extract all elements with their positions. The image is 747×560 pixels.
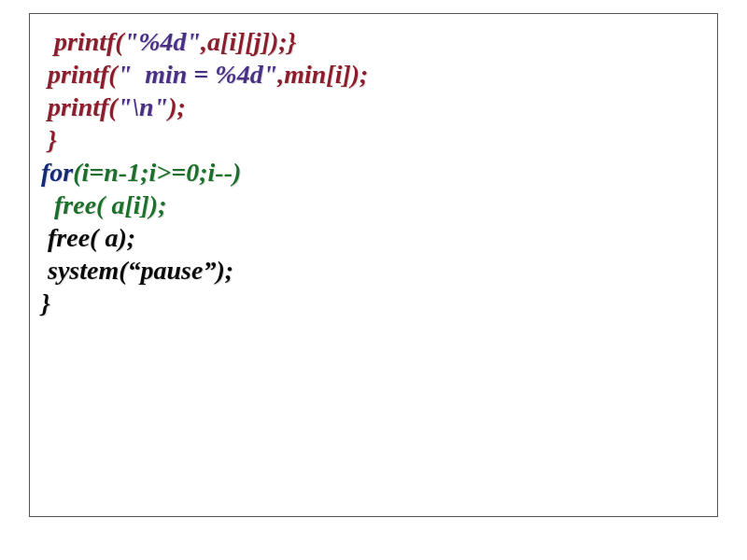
code-line-2: printf(" min = %4d",min[i]); [41, 58, 706, 91]
string-literal: "%4d" [124, 27, 201, 56]
kw-printf: printf( [41, 60, 118, 89]
code-line-9: } [41, 287, 706, 319]
code-line-5: for(i=n-1;i>=0;i--) [41, 156, 706, 189]
code-text: ,min[i]); [277, 60, 368, 89]
code-line-8: system(“pause”); [41, 254, 706, 287]
code-text: ,a[i][j]);} [201, 27, 296, 56]
kw-printf: printf( [41, 92, 118, 121]
code-line-4: } [41, 123, 706, 156]
kw-printf: printf( [41, 27, 124, 56]
kw-for: for [41, 158, 73, 187]
string-literal: "\n" [118, 92, 168, 121]
code-line-3: printf("\n"); [41, 91, 706, 123]
code-line-1: printf("%4d",a[i][j]);} [41, 25, 706, 58]
code-text: ); [168, 92, 186, 121]
string-literal: " min = %4d" [118, 60, 278, 89]
code-line-6: free( a[i]); [41, 189, 706, 221]
code-line-7: free( a); [41, 221, 706, 254]
code-slide-frame: printf("%4d",a[i][j]);} printf(" min = %… [29, 13, 718, 517]
for-condition: (i=n-1;i>=0;i--) [73, 158, 241, 187]
